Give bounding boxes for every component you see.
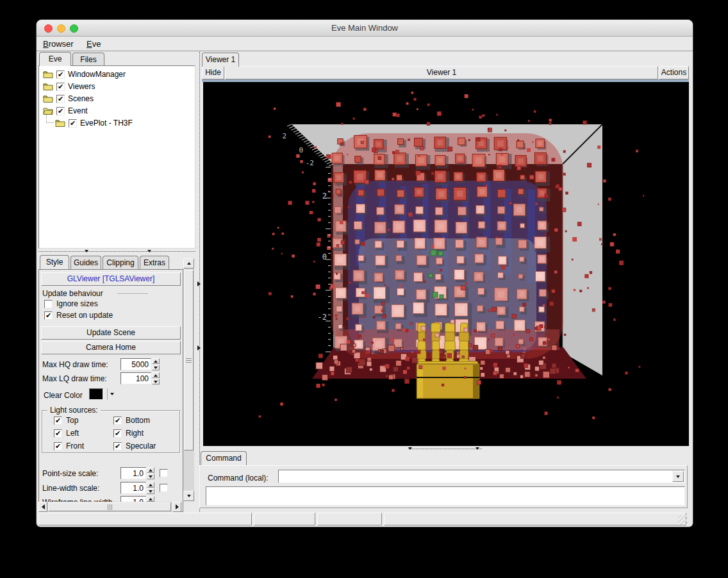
light-sources-group: Light sources: Top Bottom Left Right Fro… — [42, 410, 180, 453]
folder-icon — [43, 95, 53, 103]
eve-main-window: Eve Main Window Browser Eve Eve Files Wi… — [37, 20, 693, 527]
svg-text:0: 0 — [322, 252, 327, 261]
tree-item-label: Viewers — [68, 82, 95, 91]
clear-color-label: Clear Color — [44, 391, 83, 400]
scroll-up-button[interactable] — [183, 258, 194, 268]
tree-item-event[interactable]: Event — [39, 105, 195, 117]
line-width-checkbox[interactable] — [160, 484, 168, 492]
scroll-left-button[interactable] — [38, 502, 47, 512]
tab-viewer-1[interactable]: Viewer 1 — [202, 53, 239, 67]
tree-item-label: Event — [68, 106, 88, 115]
tree-item-windowmanager[interactable]: WindowManager — [39, 69, 195, 80]
status-cell — [38, 513, 252, 525]
editor-vertical-scrollbar[interactable] — [183, 258, 194, 501]
reset-on-update-checkbox-row[interactable]: Reset on update — [44, 311, 113, 320]
command-input[interactable] — [280, 471, 670, 482]
light-top-checkbox[interactable] — [54, 417, 62, 425]
light-right-row[interactable]: Right — [113, 429, 144, 438]
actions-button[interactable]: Actions — [659, 66, 689, 79]
spin-up-icon — [149, 484, 153, 486]
status-cell — [317, 513, 382, 525]
light-left-checkbox[interactable] — [54, 429, 62, 438]
scroll-right-button[interactable] — [172, 502, 181, 512]
splitter-arrow-icon — [85, 250, 88, 252]
ignore-sizes-checkbox[interactable] — [44, 300, 53, 308]
hide-button[interactable]: Hide — [202, 66, 224, 79]
horizontal-splitter[interactable] — [38, 249, 195, 254]
color-dropdown-icon[interactable] — [110, 393, 114, 395]
tab-clipping[interactable]: Clipping — [103, 256, 138, 269]
line-width-spinner[interactable] — [147, 482, 154, 494]
light-front-row[interactable]: Front — [54, 442, 84, 450]
glviewer-name-button[interactable]: GLViewer [TGLSAViewer] — [41, 272, 181, 286]
command-panel: Command (local): — [199, 465, 688, 508]
scrollbar-thumb[interactable] — [48, 502, 171, 511]
max-hq-field[interactable]: 5000 — [120, 358, 151, 370]
point-size-spinner[interactable] — [147, 467, 154, 479]
command-dropdown-button[interactable] — [672, 471, 684, 482]
viewer-title-bar[interactable]: Viewer 1 — [225, 66, 658, 79]
editor-horizontal-scrollbar[interactable] — [38, 502, 181, 512]
tab-command[interactable]: Command — [201, 451, 247, 465]
tab-files[interactable]: Files — [72, 53, 104, 66]
max-lq-spinner[interactable] — [152, 372, 160, 384]
line-width-field[interactable]: 1.0 — [120, 482, 146, 494]
thumb-grip — [108, 504, 112, 510]
splitter-arrow-icon — [147, 250, 151, 252]
viewer-bottom-splitter[interactable] — [408, 446, 482, 452]
light-right-checkbox[interactable] — [113, 429, 122, 438]
svg-text:0: 0 — [299, 146, 303, 154]
point-size-checkbox[interactable] — [160, 469, 168, 477]
gl-viewport[interactable]: 20-220-2-22 — [203, 82, 689, 446]
light-specular-checkbox[interactable] — [113, 442, 122, 450]
point-size-label: Point-size scale: — [42, 469, 98, 478]
menu-eve[interactable]: Eve — [83, 38, 104, 49]
max-lq-field[interactable]: 100 — [120, 372, 151, 384]
light-front-checkbox[interactable] — [54, 442, 62, 450]
command-output-area[interactable] — [206, 486, 685, 506]
light-bottom-label: Bottom — [126, 416, 150, 425]
clear-color-swatch[interactable] — [89, 388, 103, 400]
ignore-sizes-checkbox-row[interactable]: Ignore sizes — [44, 299, 98, 308]
splitter-arrow-icon — [476, 447, 479, 450]
menu-browser[interactable]: Browser — [39, 38, 78, 49]
light-front-label: Front — [66, 442, 84, 450]
max-hq-spinner[interactable] — [152, 358, 160, 370]
update-behaviour-label: Update behaviour — [42, 289, 103, 298]
title-bar[interactable]: Eve Main Window — [37, 20, 693, 37]
tree-item-checkbox[interactable] — [56, 70, 65, 79]
tree-item-label: WindowManager — [68, 70, 126, 79]
tree-item-eveplot[interactable]: EvePlot - TH3F — [39, 117, 195, 129]
eve-tree-panel: WindowManager Viewers Scenes Event EvePl… — [38, 65, 195, 249]
tree-item-checkbox[interactable] — [56, 83, 65, 91]
reset-on-update-checkbox[interactable] — [44, 311, 53, 320]
tree-item-checkbox[interactable] — [56, 107, 65, 115]
tab-style[interactable]: Style — [40, 255, 69, 269]
command-combobox[interactable] — [278, 470, 685, 483]
light-left-row[interactable]: Left — [54, 429, 79, 438]
scrollbar-thumb[interactable] — [184, 270, 194, 450]
light-bottom-checkbox[interactable] — [113, 417, 122, 425]
scroll-down-button[interactable] — [183, 491, 194, 501]
vertical-splitter[interactable] — [197, 52, 202, 512]
arrow-right-icon — [176, 504, 179, 509]
light-specular-label: Specular — [126, 442, 156, 450]
light-bottom-row[interactable]: Bottom — [113, 416, 150, 425]
tree-item-scenes[interactable]: Scenes — [39, 93, 195, 104]
max-lq-label: Max LQ draw time: — [42, 374, 107, 383]
camera-home-button[interactable]: Camera Home — [41, 341, 181, 354]
light-specular-row[interactable]: Specular — [113, 442, 156, 450]
spin-up-icon — [149, 469, 153, 472]
tab-guides[interactable]: Guides — [70, 256, 101, 269]
point-size-field[interactable]: 1.0 — [120, 467, 146, 479]
tree-item-checkbox[interactable] — [69, 119, 77, 128]
tab-eve[interactable]: Eve — [39, 52, 71, 66]
resize-grip[interactable] — [678, 515, 688, 525]
dropdown-arrow-icon — [676, 475, 680, 478]
svg-text:2: 2 — [522, 347, 526, 354]
tab-extras[interactable]: Extras — [140, 256, 169, 269]
light-top-row[interactable]: Top — [54, 416, 78, 425]
update-scene-button[interactable]: Update Scene — [41, 326, 181, 340]
tree-item-checkbox[interactable] — [56, 95, 65, 103]
tree-item-viewers[interactable]: Viewers — [39, 81, 195, 92]
